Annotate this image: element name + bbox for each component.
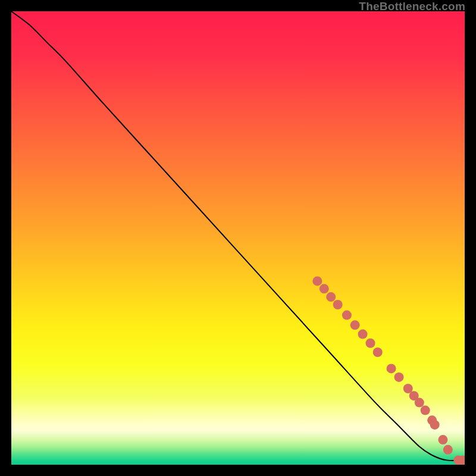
chart-marker bbox=[358, 330, 368, 339]
chart-background bbox=[11, 11, 465, 465]
chart-marker bbox=[443, 445, 453, 455]
chart-svg bbox=[11, 11, 465, 465]
chart-marker bbox=[342, 311, 352, 320]
chart-marker bbox=[387, 364, 396, 373]
chart-marker bbox=[366, 339, 375, 348]
chart-marker bbox=[421, 406, 430, 415]
chart-marker bbox=[438, 435, 447, 444]
chart-frame: TheBottleneck.com bbox=[0, 0, 476, 476]
chart-marker bbox=[373, 347, 383, 357]
chart-marker bbox=[312, 276, 322, 286]
chart-marker bbox=[326, 292, 336, 302]
chart-marker bbox=[320, 284, 329, 293]
chart-marker bbox=[430, 420, 440, 430]
chart-plot-area bbox=[11, 11, 465, 465]
chart-marker bbox=[394, 372, 404, 382]
chart-marker bbox=[350, 320, 360, 330]
chart-marker bbox=[415, 398, 424, 408]
chart-marker bbox=[333, 300, 343, 309]
